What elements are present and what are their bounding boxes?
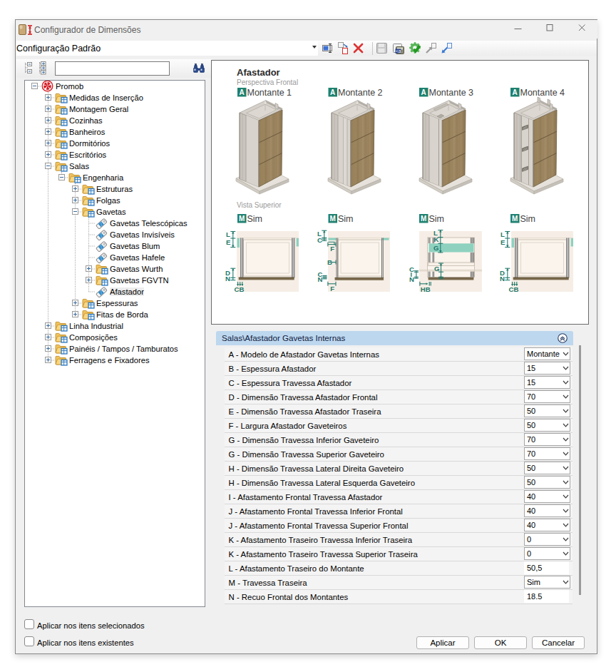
svg-text:Montante 1: Montante 1 [247,88,292,98]
svg-text:L: L [226,230,230,238]
svg-text:A: A [513,88,518,96]
svg-text:M: M [421,215,426,223]
svg-text:Montante 2: Montante 2 [338,88,383,98]
svg-text:Montante 4: Montante 4 [520,88,565,98]
svg-text:N: N [318,275,323,283]
svg-text:G: G [434,265,439,273]
svg-text:Sim: Sim [247,214,263,224]
svg-text:Afastador: Afastador [237,67,280,78]
svg-text:M: M [239,215,245,223]
svg-text:C: C [317,236,322,244]
svg-text:E: E [226,238,231,246]
svg-text:M: M [512,215,518,223]
svg-text:N: N [409,275,414,283]
svg-text:M: M [330,215,336,223]
svg-text:Sim: Sim [520,214,536,224]
svg-text:CB: CB [509,285,519,293]
svg-text:F: F [330,285,334,292]
svg-text:Sim: Sim [429,214,445,224]
svg-text:N: N [500,275,505,282]
svg-text:A: A [421,88,426,96]
svg-text:A: A [330,88,335,96]
svg-text:Perspectiva Frontal: Perspectiva Frontal [237,78,298,86]
svg-text:F: F [330,245,334,253]
svg-text:<a: <a [396,49,401,54]
svg-text:L: L [500,230,505,238]
svg-text:K: K [434,235,439,243]
svg-text:A: A [240,88,245,96]
svg-text:Montante 3: Montante 3 [429,88,474,98]
svg-text:B: B [327,258,332,266]
svg-text:HB: HB [421,285,431,293]
svg-text:Sim: Sim [338,214,354,224]
svg-text:E: E [500,238,505,246]
svg-text:N: N [225,275,230,282]
svg-text:Vista Superior: Vista Superior [237,201,282,209]
svg-text:CB: CB [235,285,245,293]
svg-text:G: G [433,244,438,252]
